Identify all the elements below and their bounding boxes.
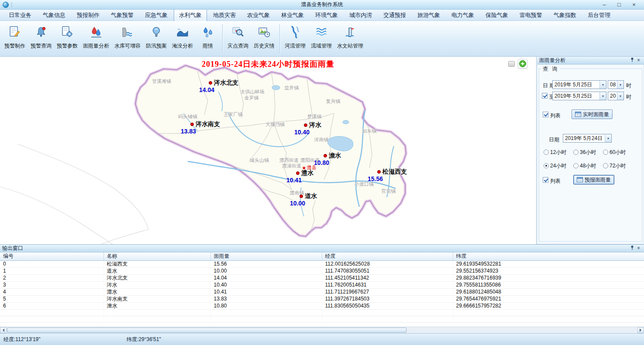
menu-item-5[interactable]: 应急气象 — [140, 9, 173, 21]
duration-radio-label: 72小时 — [610, 162, 626, 170]
table-row[interactable]: 2涔水北支14.04111.45210541134229.88234767169… — [0, 274, 644, 281]
radio-icon — [603, 163, 608, 168]
toolbar-button-label: 淹没分析 — [172, 42, 193, 50]
rain-analysis-button[interactable]: 面雨量分析 — [80, 22, 112, 55]
scrollbar-thumb[interactable] — [7, 328, 406, 333]
table-cell: 29.6193549532281 — [453, 260, 644, 267]
duration-radio-3[interactable]: 60小时 — [603, 149, 635, 155]
duration-radio-6[interactable]: 72小时 — [603, 163, 635, 169]
menu-item-12[interactable]: 交通预报 — [378, 9, 411, 21]
menu-item-9[interactable]: 林业气象 — [276, 9, 309, 21]
table-cell-empty — [453, 316, 644, 322]
menu-item-14[interactable]: 电力气象 — [446, 9, 479, 21]
menu-item-6[interactable]: 水利气象 — [174, 9, 207, 21]
close-icon[interactable]: × — [635, 57, 642, 64]
town-label: 涔南镇 — [314, 137, 329, 143]
column-header: 名称 — [103, 253, 210, 260]
toolbar: 预警制作预警查询预警参数面雨量分析水库可增容防汛预案淹没分析雨情灾点查询历史灾情… — [0, 21, 644, 57]
warning-query-button[interactable]: 预警查询 — [28, 22, 54, 55]
duration-radio-label: 48小时 — [580, 162, 596, 170]
menu-bar: 日常业务气象信息预报制作气象预警应急气象水利气象地质灾害农业气象林业气象环境气象… — [0, 10, 644, 21]
menu-item-1[interactable]: 日常业务 — [3, 9, 37, 21]
menu-item-16[interactable]: 雷电预警 — [514, 9, 548, 21]
close-icon[interactable]: × — [635, 245, 642, 252]
start-date-combobox[interactable]: 2019年 5月25日 ▾ — [552, 80, 606, 89]
menu-item-10[interactable]: 环境气象 — [310, 9, 343, 21]
forecast-list-checkbox[interactable] — [543, 177, 548, 183]
toolbar-button-label: 流域管理 — [311, 42, 332, 50]
horizontal-scrollbar[interactable] — [0, 327, 644, 333]
table-row[interactable]: 0松滋西支15.56112.00162562502829.61935495322… — [0, 260, 644, 267]
forecast-list-label: 列表 — [550, 178, 561, 185]
menu-item-4[interactable]: 气象预警 — [106, 9, 139, 21]
basin-button[interactable]: 流域管理 — [308, 22, 334, 55]
scroll-right-button[interactable] — [637, 327, 644, 333]
menu-item-13[interactable]: 旅游气象 — [412, 9, 445, 21]
disaster-history-button[interactable]: 历史灾情 — [251, 22, 277, 55]
table-row[interactable]: 3涔水10.40111.7620051463129.7555811355086 — [0, 281, 644, 288]
menu-item-2[interactable]: 气象信息 — [38, 9, 71, 21]
realtime-rainfall-button[interactable]: 实时面雨量 — [572, 109, 613, 119]
table-cell: 1 — [0, 267, 103, 274]
scroll-left-button[interactable] — [0, 327, 7, 333]
flood-plan-button[interactable]: 防汛预案 — [143, 22, 169, 55]
chevron-down-icon[interactable]: ▾ — [617, 92, 623, 100]
toolbar-button-label: 雨情 — [203, 42, 213, 50]
realtime-list-checkbox[interactable] — [543, 112, 548, 117]
table-cell-empty — [0, 316, 103, 322]
river-button[interactable]: 河流管理 — [282, 22, 308, 55]
submerge-button[interactable]: 淹没分析 — [169, 22, 196, 55]
hydro-station-button[interactable]: 水文站管理 — [334, 22, 366, 55]
table-row[interactable]: 4澧水10.41111.71121966762729.6188012485048 — [0, 288, 644, 295]
duration-radio-4[interactable]: 24小时 — [544, 163, 573, 169]
station-dot-icon — [209, 81, 212, 85]
rain-button[interactable]: 雨情 — [196, 22, 220, 55]
minimize-button[interactable]: – — [600, 1, 608, 9]
menu-item-7[interactable]: 地质灾害 — [208, 9, 241, 21]
menu-item-17[interactable]: 气象指数 — [548, 9, 582, 21]
menu-item-15[interactable]: 保险气象 — [480, 9, 513, 21]
warning-params-button[interactable]: 预警参数 — [54, 22, 80, 55]
close-button[interactable]: × — [630, 1, 638, 9]
chevron-down-icon[interactable]: ▾ — [599, 81, 606, 89]
chevron-down-icon[interactable]: ▾ — [605, 134, 611, 142]
map-area[interactable]: 2019-05-24日未来24小时预报面雨量 甘溪滩镇盐井镇太供山林场金罗镇复兴… — [0, 57, 537, 244]
table-row[interactable]: 5涔水南支13.83111.39726718450329.76544769759… — [0, 295, 644, 302]
disaster-query-button[interactable]: 灾点查询 — [225, 22, 251, 55]
table-cell-empty — [103, 309, 210, 316]
pin-icon[interactable] — [629, 245, 635, 252]
submerge-icon — [176, 25, 189, 38]
forecast-date-combobox[interactable]: 2019年 5月24日 ▾ — [563, 134, 612, 143]
duration-radio-1[interactable]: 12小时 — [544, 149, 573, 155]
end-time-checkbox[interactable] — [542, 93, 548, 99]
forecast-rainfall-button[interactable]: 预报面雨量 — [573, 175, 614, 184]
end-date-combobox[interactable]: 2019年 5月25日 ▾ — [552, 92, 606, 100]
maximize-button[interactable]: □ — [615, 1, 623, 9]
start-hour-combobox[interactable]: 08 ▾ — [608, 80, 624, 89]
menu-item-11[interactable]: 城市内涝 — [344, 9, 377, 21]
duration-radio-group: 12小时36小时60小时24小时48小时72小时 — [544, 149, 635, 169]
menu-item-3[interactable]: 预报制作 — [72, 9, 105, 21]
basin-icon — [315, 25, 328, 38]
rain-analysis-panel: 面雨量分析 × 查 询 日 期 2019年 5月25日 ▾ 08 ▾ 时 — [537, 57, 644, 244]
warning-edit-button[interactable]: 预警制作 — [2, 22, 28, 55]
chevron-down-icon[interactable]: ▾ — [617, 81, 623, 89]
duration-radio-5[interactable]: 48小时 — [573, 163, 603, 169]
titlebar: 澧县业务制作系统 – □ × — [0, 0, 644, 10]
table-cell: 111.711219667627 — [322, 288, 453, 295]
end-hour-combobox[interactable]: 20 ▾ — [608, 92, 624, 100]
menu-item-8[interactable]: 农业气象 — [242, 9, 275, 21]
disaster-history-icon — [258, 25, 271, 38]
scrollbar-track[interactable] — [406, 327, 638, 333]
menu-item-18[interactable]: 后台管理 — [582, 9, 616, 21]
chevron-down-icon[interactable]: ▾ — [599, 92, 606, 100]
table-row[interactable]: 6澹水10.80111.83056505043529.6666157957282 — [0, 302, 644, 309]
pin-icon[interactable] — [629, 57, 635, 64]
reservoir-button[interactable]: 水库可增容 — [112, 22, 143, 55]
duration-radio-2[interactable]: 36小时 — [573, 149, 603, 155]
map-layers-icon[interactable] — [508, 61, 515, 67]
warning-query-icon — [34, 25, 48, 38]
table-row[interactable]: 1道水10.00111.74708305505129.552156374923 — [0, 267, 644, 274]
zoom-in-button[interactable] — [518, 59, 527, 68]
station-dot-icon — [304, 123, 307, 127]
